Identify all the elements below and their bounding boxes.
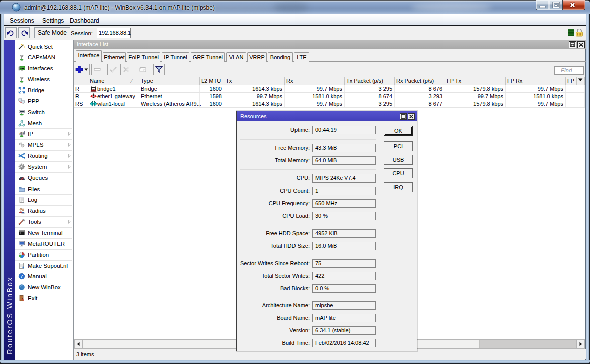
svg-text:?: ? <box>21 274 23 279</box>
svg-text:255: 255 <box>19 131 24 134</box>
